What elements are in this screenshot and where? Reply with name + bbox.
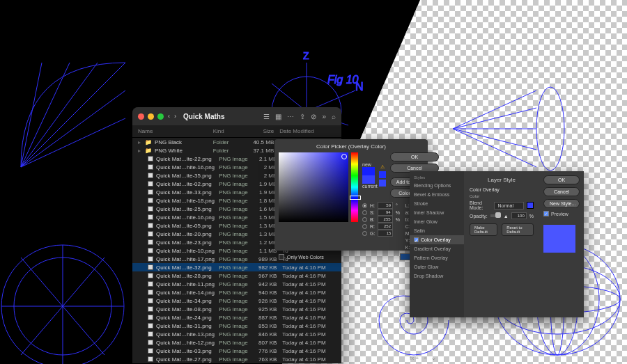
layer-style-title: Layer Style [470,175,534,187]
field-b[interactable]: 255 [378,216,393,223]
forward-icon[interactable]: › [174,113,176,120]
radio-s[interactable] [362,210,367,215]
current-color-swatch [362,175,375,184]
file-row[interactable]: Quick Mat…ite-27.pngPNG image763 KBToday… [132,355,341,363]
reset-default-button[interactable]: Reset to Default [502,223,534,236]
minimize-icon[interactable] [148,113,154,120]
ls-new-style-button[interactable]: New Style... [543,199,580,208]
png-icon [148,248,153,253]
background-diagram-lines [14,49,139,177]
radio-r[interactable] [362,224,367,229]
websafe-swatch[interactable] [379,171,386,178]
file-row[interactable]: Quick Mat…ite-32.pngPNG image982 KBToday… [132,263,341,271]
ls-cancel-button[interactable]: Cancel [543,187,580,196]
effect-item[interactable]: Inner Glow [410,217,464,226]
new-color-label: new [362,162,378,167]
png-icon [148,214,153,220]
new-color-swatch [362,167,375,175]
make-default-button[interactable]: Make Default [470,223,497,236]
opacity-field[interactable]: 100 [511,212,527,219]
tag-icon[interactable]: ⊘ [311,113,316,120]
png-icon [148,223,153,228]
ok-button[interactable]: OK [390,152,440,161]
radio-h[interactable] [362,203,367,208]
effect-item[interactable]: Outer Glow [410,262,464,271]
field-h[interactable]: 59 [378,202,393,209]
finder-titlebar[interactable]: ‹ › Quick Maths ☰ ▦ ⋯ ⇪ ⊘ » ⌕ [132,107,341,125]
search-icon[interactable]: ⌕ [332,113,336,120]
file-row[interactable]: Quick Mat…hite-14.pngPNG image940 KBToda… [132,288,341,296]
ls-ok-button[interactable]: OK [543,175,580,184]
window-controls[interactable] [138,113,164,120]
png-icon [148,348,153,354]
preview-label: Preview [551,212,568,216]
svg-text:Z: Z [303,50,309,61]
layer-style-dialog: Styles Blending OptionsBevel & EmbossStr… [410,171,584,317]
saturation-field[interactable] [279,152,348,222]
col-kind: Kind [213,128,246,134]
col-size: Size [246,128,274,134]
hue-slider[interactable] [351,152,358,222]
group-icon[interactable]: ⋯ [287,113,294,120]
png-icon [148,189,153,195]
png-icon [148,198,153,203]
file-row[interactable]: Quick Mat…ite-28.pngPNG image967 KBToday… [132,271,341,280]
effect-item[interactable]: ✓ Color Overlay [410,235,464,244]
radio-g[interactable] [362,231,367,236]
effect-item[interactable]: Inner Shadow [410,208,464,217]
png-icon [148,164,153,170]
folder-icon: 📁 [145,139,152,145]
opacity-label: Opacity: [470,214,488,219]
effect-item[interactable]: Stroke [410,199,464,208]
effects-list[interactable]: Styles Blending OptionsBevel & EmbossStr… [410,171,464,317]
effect-item[interactable]: Blending Options [410,181,464,190]
effect-item[interactable]: Satin [410,226,464,235]
column-headers[interactable]: Name Kind Size Date Modified [132,125,341,138]
opacity-slider[interactable] [490,214,501,217]
fx-icons[interactable]: + ▫ ⌵ [415,355,438,361]
preview-checkbox[interactable]: ✓ [543,211,549,216]
effect-item[interactable]: Bevel & Emboss [410,190,464,199]
only-web-colors-checkbox[interactable] [279,254,284,260]
view-list-icon[interactable]: ☰ [263,113,270,120]
png-icon [148,206,153,212]
file-row[interactable]: Quick Mat…ite-31.pngPNG image853 KBToday… [132,322,341,330]
col-date: Date Modified [274,128,336,134]
col-name: Name [138,128,213,134]
share-icon[interactable]: ⇪ [300,113,305,120]
color-sublabel: Color [470,194,534,198]
field-r[interactable]: 252 [378,223,393,230]
file-row[interactable]: Quick Mat…ite-24.pngPNG image887 KBToday… [132,313,341,322]
file-row[interactable]: Quick Mat…hite-11.pngPNG image942 KBToda… [132,280,341,288]
zoom-icon[interactable] [157,113,164,120]
view-grid-icon[interactable]: ▦ [275,113,281,120]
warning-icon[interactable]: ⚠ [380,164,385,170]
blend-mode-select[interactable]: Normal [494,202,524,209]
close-icon[interactable] [138,113,144,120]
field-s[interactable]: 94 [378,209,393,216]
png-icon [148,356,153,362]
file-row[interactable]: Quick Mat…ite-03.pngPNG image776 KBToday… [132,347,341,355]
background-diagram-dial [0,216,139,364]
effect-item[interactable]: Drop Shadow [410,271,464,280]
more-icon[interactable]: » [322,113,326,120]
fx-label: fx + ▫ ⌵ [410,355,438,361]
file-row[interactable]: Quick Mat…ite-34.pngPNG image926 KBToday… [132,296,341,305]
effect-item[interactable]: Pattern Overlay [410,253,464,262]
radio-b[interactable] [362,217,367,222]
blend-mode-label: Blend Mode: [470,200,491,210]
back-icon[interactable]: ‹ [168,113,170,120]
file-row[interactable]: Quick Mat…hite-12.pngPNG image807 KBToda… [132,338,341,347]
file-row[interactable]: Quick Mat…ite-08.pngPNG image925 KBToday… [132,305,341,313]
effect-item[interactable]: Gradient Overlay [410,244,464,253]
alt-swatch[interactable] [379,180,386,187]
file-row[interactable]: Quick Mat…hite-13.pngPNG image846 KBToda… [132,330,341,338]
picker-title: Color Picker (Overlay Color) [279,142,424,152]
png-icon [148,256,153,262]
overlay-color-swatch[interactable] [527,202,534,209]
field-g[interactable]: 15 [378,230,393,237]
png-icon [148,331,153,337]
png-icon [148,173,153,178]
png-icon [148,181,153,187]
png-icon [148,306,153,312]
